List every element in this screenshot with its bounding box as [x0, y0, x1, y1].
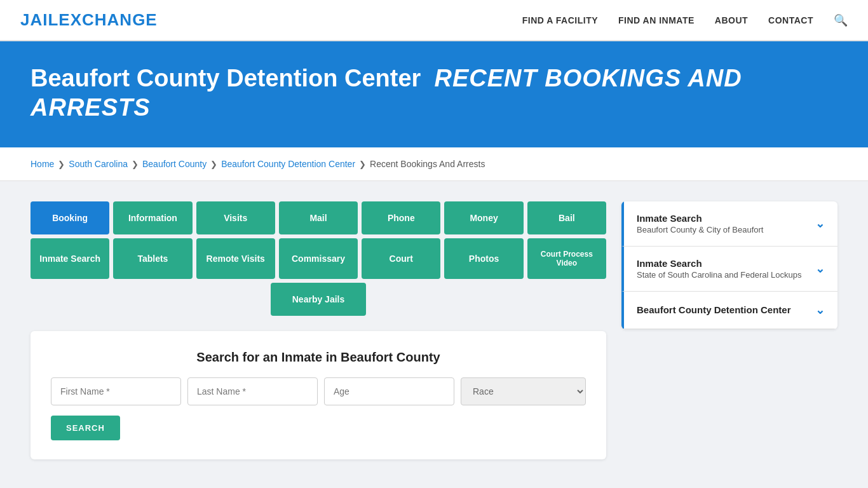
chevron-down-icon-2: ⌄ — [815, 303, 825, 317]
hero-section: Beaufort County Detention Center RECENT … — [0, 41, 868, 147]
search-icon[interactable]: 🔍 — [834, 14, 848, 27]
sidebar-item-title-0: Inmate Search — [637, 213, 763, 224]
btn-court-process-video[interactable]: Court Process Video — [527, 238, 606, 279]
first-name-input[interactable] — [51, 377, 181, 405]
breadcrumb-home[interactable]: Home — [31, 159, 54, 169]
nav-find-inmate[interactable]: FIND AN INMATE — [618, 15, 695, 25]
btn-booking[interactable]: Booking — [31, 201, 109, 234]
btn-photos[interactable]: Photos — [444, 238, 523, 279]
btn-commissary[interactable]: Commissary — [279, 238, 358, 279]
btn-phone[interactable]: Phone — [362, 201, 440, 234]
page-title: Beaufort County Detention Center RECENT … — [31, 64, 837, 122]
breadcrumb-county[interactable]: Beaufort County — [142, 159, 207, 169]
age-input[interactable] — [324, 377, 454, 405]
chevron-down-icon-1: ⌄ — [815, 262, 825, 276]
right-sidebar: Inmate Search Beaufort County & City of … — [621, 201, 837, 329]
nav-links: FIND A FACILITY FIND AN INMATE ABOUT CON… — [522, 13, 848, 27]
breadcrumb-sep-4: ❯ — [359, 159, 366, 169]
sidebar-item-title-2: Beaufort County Detention Center — [637, 304, 791, 315]
navbar: JAILEXCHANGE FIND A FACILITY FIND AN INM… — [0, 0, 868, 41]
nav-contact[interactable]: CONTACT — [768, 15, 813, 25]
btn-inmate-search[interactable]: Inmate Search — [31, 238, 109, 279]
btn-visits[interactable]: Visits — [196, 201, 275, 234]
search-button[interactable]: SEARCH — [51, 416, 120, 440]
btn-mail[interactable]: Mail — [279, 201, 358, 234]
chevron-down-icon-0: ⌄ — [815, 217, 825, 231]
main-area: Booking Information Visits Mail Phone Mo… — [0, 181, 868, 480]
sidebar-item-inmate-sc[interactable]: Inmate Search State of South Carolina an… — [621, 247, 837, 292]
hero-title-main: Beaufort County Detention Center — [31, 65, 421, 92]
logo-part1: JAIL — [20, 10, 58, 29]
sidebar-item-bcdc[interactable]: Beaufort County Detention Center ⌄ — [621, 292, 837, 329]
search-form-title: Search for an Inmate in Beaufort County — [51, 350, 586, 365]
sidebar-item-title-1: Inmate Search — [637, 258, 801, 269]
sidebar-item-sub-1: State of South Carolina and Federal Lock… — [637, 270, 801, 280]
left-column: Booking Information Visits Mail Phone Mo… — [31, 201, 606, 459]
search-fields: Race — [51, 377, 586, 405]
logo-part2: EXCHANGE — [58, 10, 157, 29]
breadcrumb-current: Recent Bookings And Arrests — [370, 159, 485, 169]
breadcrumb-facility[interactable]: Beaufort County Detention Center — [221, 159, 355, 169]
btn-bail[interactable]: Bail — [527, 201, 606, 234]
sidebar-item-sub-0: Beaufort County & City of Beaufort — [637, 225, 763, 234]
btn-remote-visits[interactable]: Remote Visits — [196, 238, 275, 279]
btn-nearby-jails[interactable]: Nearby Jails — [271, 283, 366, 316]
breadcrumb-sep-3: ❯ — [210, 159, 217, 169]
btn-information[interactable]: Information — [113, 201, 192, 234]
nav-about[interactable]: ABOUT — [715, 15, 748, 25]
nav-btn-row3: Nearby Jails — [31, 283, 606, 316]
last-name-input[interactable] — [187, 377, 318, 405]
race-select[interactable]: Race — [461, 377, 586, 405]
breadcrumb-sep-2: ❯ — [132, 159, 139, 169]
logo[interactable]: JAILEXCHANGE — [20, 10, 158, 30]
breadcrumb: Home ❯ South Carolina ❯ Beaufort County … — [0, 147, 868, 181]
nav-btn-row1: Booking Information Visits Mail Phone Mo… — [31, 201, 606, 234]
nav-find-facility[interactable]: FIND A FACILITY — [522, 15, 598, 25]
btn-court[interactable]: Court — [362, 238, 440, 279]
breadcrumb-sc[interactable]: South Carolina — [69, 159, 128, 169]
sidebar-item-inmate-beaufort[interactable]: Inmate Search Beaufort County & City of … — [621, 201, 837, 247]
btn-money[interactable]: Money — [444, 201, 523, 234]
breadcrumb-sep-1: ❯ — [58, 159, 65, 169]
search-form-container: Search for an Inmate in Beaufort County … — [31, 331, 606, 459]
btn-tablets[interactable]: Tablets — [113, 238, 192, 279]
nav-btn-row2: Inmate Search Tablets Remote Visits Comm… — [31, 238, 606, 279]
